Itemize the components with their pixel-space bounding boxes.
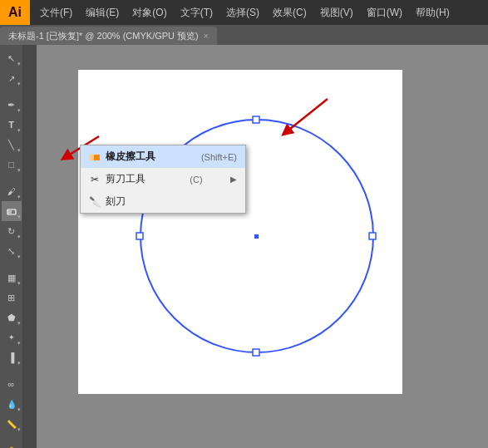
rect-tool[interactable]: ▾ [2,155,22,175]
secondary-sidebar [23,45,37,448]
symbol-tool[interactable]: ▾ [2,327,22,347]
bar-graph-tool[interactable]: ▾ [2,347,22,367]
rotate-tool[interactable]: ▾ [2,221,22,241]
type-tool[interactable]: ▾ [2,115,22,135]
line-tool[interactable]: ▾ [2,135,22,155]
menu-select[interactable]: 选择(S) [219,0,266,25]
tab-close-button[interactable]: × [204,32,209,41]
eraser-tool-label: 橡皮擦工具 [106,150,155,164]
context-menu-item-knife[interactable]: 🔪 刻刀 [81,190,245,213]
context-menu: 橡皮擦工具 (Shift+E) ✂ 剪刀工具 (C) ▶ 🔪 刻刀 [80,145,246,214]
anchor-right[interactable] [369,233,376,239]
measure-tool[interactable]: ▾ [2,414,22,434]
eraser-tool[interactable]: ▾ [2,201,22,221]
knife-tool-label: 刻刀 [106,194,126,209]
tab-label: 未标题-1 [已恢复]* @ 200% (CMYK/GPU 预览) [8,30,199,42]
menu-help[interactable]: 帮助(H) [409,0,456,25]
anchor-left[interactable] [136,233,143,239]
svg-line-6 [286,99,328,132]
direct-select-tool[interactable]: ▾ [2,68,22,88]
menu-bar: 文件(F) 编辑(E) 对象(O) 文字(T) 选择(S) 效果(C) 视图(V… [30,0,488,25]
scissors-icon: ✂ [89,174,101,185]
center-point [254,234,259,239]
eyedropper-tool[interactable]: ▾ [2,394,22,414]
svg-rect-1 [8,210,12,214]
select-tool[interactable]: ▾ [2,48,22,68]
paintbrush-tool[interactable]: ▾ [2,181,22,201]
scissors-tool-shortcut: (C) [173,175,202,185]
shape-builder-tool[interactable]: ▾ [2,308,22,327]
artboard [78,70,402,394]
mesh-tool[interactable] [2,288,22,308]
arrow-to-circle [278,95,336,145]
scissors-tool-label: 剪刀工具 [106,172,145,186]
menu-object[interactable]: 对象(O) [126,0,173,25]
tab-bar: 未标题-1 [已恢复]* @ 200% (CMYK/GPU 预览) × [0,25,488,45]
hand-tool[interactable] [2,441,22,448]
eraser-tool-shortcut: (Shift+E) [185,152,237,162]
menu-edit[interactable]: 编辑(E) [79,0,126,25]
pen-tool[interactable]: ▾ [2,95,22,115]
anchor-bottom[interactable] [253,349,259,356]
submenu-arrow-icon: ▶ [230,175,237,184]
context-menu-item-scissors[interactable]: ✂ 剪刀工具 (C) ▶ [81,168,245,190]
svg-rect-3 [90,155,94,160]
toolbar: ▾ ▾ ▾ ▾ ▾ ▾ ▾ ▾ ▾ ▾ ▾ ▾ ▾ ▾ [0,45,23,448]
ai-logo: Ai [0,0,30,25]
menu-view[interactable]: 视图(V) [313,0,360,25]
anchor-top[interactable] [253,116,259,123]
eraser-icon [89,151,101,163]
menu-file[interactable]: 文件(F) [33,0,79,25]
context-menu-item-eraser[interactable]: 橡皮擦工具 (Shift+E) [81,145,245,168]
menu-type[interactable]: 文字(T) [174,0,219,25]
artboard-svg [78,70,402,394]
blend-tool[interactable] [2,374,22,394]
scale-tool[interactable]: ▾ [2,241,22,261]
canvas-area: 橡皮擦工具 (Shift+E) ✂ 剪刀工具 (C) ▶ 🔪 刻刀 [37,45,488,448]
main-area: ▾ ▾ ▾ ▾ ▾ ▾ ▾ ▾ ▾ ▾ ▾ ▾ ▾ ▾ [0,45,488,448]
menu-effect[interactable]: 效果(C) [266,0,313,25]
knife-icon: 🔪 [89,196,101,208]
document-tab[interactable]: 未标题-1 [已恢复]* @ 200% (CMYK/GPU 预览) × [0,27,217,45]
gradient-tool[interactable]: ▾ [2,268,22,288]
title-bar: Ai 文件(F) 编辑(E) 对象(O) 文字(T) 选择(S) 效果(C) 视… [0,0,488,25]
menu-window[interactable]: 窗口(W) [360,0,409,25]
